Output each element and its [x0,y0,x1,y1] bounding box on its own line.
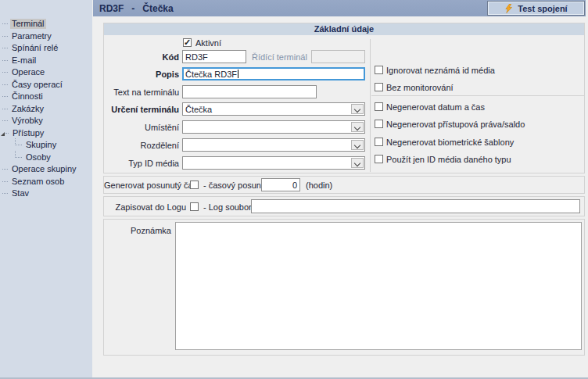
note-textarea[interactable] [175,222,582,350]
ignore-unknown-media-label: Ignorovat neznámá id média [386,66,495,76]
application-window: Terminál Parametry Spínání relé E-mail O… [0,0,588,379]
sidebar-item-pristupy[interactable]: Přístupy [0,127,92,140]
time-shift-panel: Generovat posunutý čas - časový posun 0 … [103,176,585,194]
test-connection-button[interactable]: Test spojení [487,1,585,16]
sidebar-item-parametry[interactable]: Parametry [0,30,92,43]
sidebar-item-email[interactable]: E-mail [0,55,92,67]
sidebar-item-osoby[interactable]: Osoby [0,152,92,164]
no-generate-datetime-label: Negenerovat datum a čas [386,102,485,113]
sidebar-item-label: Přístupy [11,128,45,138]
write-to-log-checkbox[interactable] [190,202,199,211]
ignore-unknown-media-checkbox[interactable] [375,66,383,74]
code-value: RD3F [185,52,208,62]
terminal-purpose-select[interactable]: Čtečka [182,102,365,116]
sidebar-item-label: Operace [10,67,46,77]
sidebar-item-label: Operace skupiny [10,164,78,174]
record-code: RD3F [99,3,124,14]
time-shift-sublabel: - časový posun [203,181,261,191]
content-area: RD3F - Čtečka Test spojení Základní údaj… [92,0,588,377]
tree-dash-icon [2,109,8,109]
chevron-down-icon[interactable] [351,104,364,114]
hours-suffix-label: (hodin) [306,181,332,191]
sidebar-item-label: Činnosti [10,91,45,102]
write-to-log-label: Zapisovat do Logu [104,202,186,213]
sidebar-item-cinnosti[interactable]: Činnosti [0,91,92,103]
division-label: Rozdělení [104,141,179,151]
sidebar-item-label: Skupiny [24,140,58,150]
sidebar-item-label: Časy operací [10,80,64,90]
description-label: Popis [104,70,179,80]
generate-shifted-time-checkbox[interactable] [190,181,199,189]
basic-data-panel: Základní údaje Aktivní Kód RD3F Řídící t… [103,23,585,173]
master-terminal-input [311,50,365,63]
description-input[interactable]: Čtečka RD3F [182,67,365,80]
tree-dash-icon [2,169,8,170]
no-generate-biometric-checkbox[interactable] [375,138,383,146]
sidebar-item-vyrobky[interactable]: Výrobky [0,115,92,127]
options-divider [371,95,584,96]
master-terminal-label: Řídící terminál [252,52,307,63]
sidebar-item-spinani-rele[interactable]: Spínání relé [0,42,92,55]
sidebar-item-operace-skupiny[interactable]: Operace skupiny [0,163,92,176]
sidebar-item-operace[interactable]: Operace [0,66,92,79]
tree-branch-icon [15,138,22,145]
sidebar-item-label: E-mail [10,55,38,66]
code-input[interactable]: RD3F [182,50,246,63]
sidebar-item-stav[interactable]: Stav [0,188,92,200]
location-label: Umístění [104,123,179,133]
sidebar-item-label: Seznam osob [10,177,66,187]
sidebar-item-label: Osoby [24,152,52,163]
sidebar-item-label: Zakázky [10,104,45,114]
description-value: Čtečka RD3F [185,70,237,79]
log-file-input[interactable] [251,199,580,213]
note-label: Poznámka [104,226,171,236]
tree-dash-icon [2,36,8,37]
tree-dash-icon [5,133,9,134]
terminal-purpose-label: Určení terminálu [104,105,179,115]
no-generate-datetime-checkbox[interactable] [375,102,383,111]
chevron-down-icon[interactable] [351,122,364,132]
sidebar-item-label: Terminál [10,19,46,29]
chevron-down-icon[interactable] [351,158,364,168]
terminal-purpose-value: Čtečka [185,105,212,114]
active-checkbox[interactable] [183,38,192,47]
time-shift-input[interactable]: 0 [261,178,300,191]
tree-dash-icon [2,84,8,85]
log-panel: Zapisovat do Logu - Log soubor [103,196,585,216]
sidebar-item-label: Spínání relé [10,43,59,53]
chevron-down-icon[interactable] [351,140,364,150]
no-monitoring-checkbox[interactable] [375,83,383,91]
note-panel: Poznámka [103,219,585,356]
section-title: Základní údaje [104,23,584,35]
sidebar-item-label: Stav [10,188,30,198]
log-file-sublabel: - Log soubor [203,202,252,213]
tree-expanded-icon[interactable] [1,132,5,136]
terminal-text-label: Text na terminálu [104,88,179,98]
sidebar-item-casy-operaci[interactable]: Časy operací [0,79,92,91]
sidebar-item-terminal[interactable]: Terminál [0,18,92,30]
test-connection-label: Test spojení [518,4,567,13]
sidebar-item-label: Parametry [10,31,53,41]
media-id-type-label: Typ ID média [104,159,179,169]
terminal-text-input[interactable] [182,85,317,98]
tree-dash-icon [2,96,8,97]
tree-dash-icon [2,193,8,194]
tree-dash-icon [2,60,8,61]
no-generate-access-rights-checkbox[interactable] [375,120,383,128]
no-generate-biometric-label: Negenerovat biometrické šablony [386,138,514,148]
tree-dash-icon [2,72,8,73]
no-monitoring-label: Bez monitorování [386,83,454,93]
sidebar-item-zakazky[interactable]: Zakázky [0,103,92,116]
division-select[interactable] [182,138,365,152]
media-id-type-select[interactable] [182,156,365,170]
sidebar-item-label: Výrobky [10,116,45,126]
sidebar-item-seznam-osob[interactable]: Seznam osob [0,176,92,188]
tree-branch-icon [15,151,22,158]
only-media-type-checkbox[interactable] [375,155,383,163]
sidebar-item-skupiny[interactable]: Skupiny [0,139,92,152]
no-generate-access-rights-label: Negenerovat přístupová práva/saldo [386,120,525,130]
tree-dash-icon [2,48,8,48]
code-label: Kód [104,52,179,63]
title-separator: - [131,3,134,14]
location-select[interactable] [182,120,365,134]
